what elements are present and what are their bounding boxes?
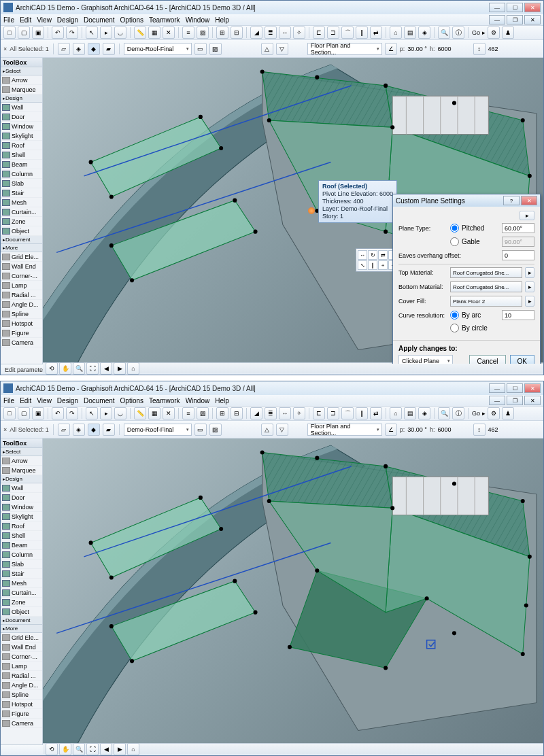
- favorites-button[interactable]: ▸: [520, 211, 534, 220]
- tool-wall-end[interactable]: Wall End: [1, 262, 42, 271]
- tool-dimension-icon[interactable]: ↔: [279, 27, 291, 39]
- menu-help[interactable]: Help: [215, 16, 229, 24]
- top-material-dropdown[interactable]: Roof Corrugated She...: [450, 267, 522, 278]
- menu-document[interactable]: Document: [84, 397, 115, 405]
- tool-figure[interactable]: Figure: [1, 328, 42, 338]
- tool-column[interactable]: Column: [1, 169, 42, 179]
- tool-paint-icon[interactable]: ▨: [197, 407, 209, 419]
- tool-hotspot[interactable]: Hotspot: [1, 319, 42, 328]
- geometry-1[interactable]: ▭: [194, 424, 207, 436]
- tool-door[interactable]: Door: [1, 112, 42, 122]
- tool-mesh[interactable]: Mesh: [1, 198, 42, 207]
- pet-rotate-icon[interactable]: ↻: [368, 250, 377, 260]
- doc-close-button[interactable]: ✕: [524, 15, 541, 24]
- tool-save-icon[interactable]: ▣: [32, 407, 44, 419]
- tool-mesh[interactable]: Mesh: [1, 579, 42, 588]
- apply-to-dropdown[interactable]: Clicked Plane: [398, 355, 453, 364]
- tool-angle-d[interactable]: Angle D...: [1, 681, 42, 690]
- tool-info-icon[interactable]: ⓘ: [452, 27, 464, 39]
- menu-teamwork[interactable]: Teamwork: [149, 397, 180, 405]
- tool-object[interactable]: Object: [1, 607, 42, 617]
- 3d-viewport[interactable]: [43, 439, 543, 744]
- minimize-button[interactable]: —: [489, 3, 505, 12]
- tool-person-icon[interactable]: ♟: [502, 27, 514, 39]
- menu-window[interactable]: Window: [186, 16, 210, 24]
- angle-icon[interactable]: ∠: [385, 43, 397, 55]
- tool-views-icon[interactable]: ▤: [404, 407, 416, 419]
- ok-button[interactable]: OK: [510, 355, 534, 364]
- tool-snap-icon[interactable]: ✕: [163, 27, 175, 39]
- section-more[interactable]: More: [1, 625, 42, 633]
- tool-lines-icon[interactable]: ≣: [265, 407, 277, 419]
- tool-zone[interactable]: Zone: [1, 598, 42, 607]
- geometry-1[interactable]: ▭: [194, 43, 207, 55]
- tool-marquee[interactable]: Marquee: [1, 466, 42, 475]
- tool-measure-icon[interactable]: 📏: [134, 407, 146, 419]
- tool-wand-icon[interactable]: ✧: [293, 407, 305, 419]
- angle-icon[interactable]: ∠: [385, 424, 397, 436]
- tool-trim-icon[interactable]: ⊏: [313, 407, 325, 419]
- doc-close-button[interactable]: ✕: [524, 396, 541, 405]
- tool-spline[interactable]: Spline: [1, 690, 42, 700]
- tool-radial[interactable]: Radial ...: [1, 671, 42, 681]
- view-dropdown[interactable]: Floor Plan and Section...: [307, 424, 382, 436]
- nav-zoom-icon[interactable]: 🔍: [73, 362, 85, 375]
- tool-find-icon[interactable]: 🔍: [438, 407, 450, 419]
- tool-roof[interactable]: Roof: [1, 521, 42, 531]
- offset-icon[interactable]: ↕: [473, 424, 486, 436]
- view-dropdown[interactable]: Floor Plan and Section...: [307, 43, 382, 55]
- tool-grid-icon[interactable]: ▦: [148, 407, 160, 419]
- tool-wall-end[interactable]: Wall End: [1, 642, 42, 652]
- section-select[interactable]: Select: [1, 67, 42, 75]
- tool-extend-icon[interactable]: ⊐: [327, 407, 339, 419]
- menu-view[interactable]: View: [37, 397, 52, 405]
- menu-file[interactable]: File: [3, 16, 14, 24]
- tool-home-icon[interactable]: ⌂: [390, 27, 402, 39]
- nav-pan-icon[interactable]: ✋: [59, 743, 71, 755]
- tool-hotspot[interactable]: Hotspot: [1, 700, 42, 709]
- tool-save-icon[interactable]: ▣: [32, 27, 44, 39]
- section-select[interactable]: Select: [1, 448, 42, 456]
- tool-distribute-icon[interactable]: ⊟: [231, 27, 243, 39]
- tool-zone[interactable]: Zone: [1, 217, 42, 226]
- tool-section-icon[interactable]: ◢: [250, 407, 262, 419]
- close-button[interactable]: ✕: [524, 3, 541, 12]
- pet-offset-icon[interactable]: ∥: [368, 260, 377, 270]
- tool-new-icon[interactable]: □: [3, 407, 16, 419]
- roof-mode-3-active[interactable]: ◆: [88, 43, 100, 55]
- bottom-material-dropdown[interactable]: Roof Corrugated She...: [450, 281, 522, 292]
- nav-zoom-icon[interactable]: 🔍: [73, 743, 85, 755]
- construct-1[interactable]: △: [261, 424, 273, 436]
- tool-angle-d[interactable]: Angle D...: [1, 300, 42, 309]
- radio-by-circle[interactable]: [450, 324, 459, 332]
- tool-wall[interactable]: Wall: [1, 103, 42, 112]
- nav-fit-icon[interactable]: ⛶: [86, 743, 99, 755]
- tool-dimension-icon[interactable]: ↔: [279, 407, 291, 419]
- layer-dropdown[interactable]: Demo-Roof-Final: [124, 43, 192, 55]
- pitched-angle-input[interactable]: [502, 223, 534, 233]
- section-design[interactable]: Design: [1, 475, 42, 483]
- tool-slab[interactable]: Slab: [1, 560, 42, 569]
- tool-grid-ele[interactable]: Grid Ele...: [1, 633, 42, 642]
- eaves-offset-input[interactable]: [502, 250, 534, 260]
- tool-slab[interactable]: Slab: [1, 179, 42, 188]
- menu-design[interactable]: Design: [57, 16, 78, 24]
- tool-roof[interactable]: Roof: [1, 141, 42, 150]
- section-document[interactable]: Document: [1, 236, 42, 244]
- offset-icon[interactable]: ↕: [473, 43, 486, 55]
- tool-camera[interactable]: Camera: [1, 338, 42, 347]
- dialog-close-button[interactable]: ✕: [521, 196, 537, 205]
- section-more[interactable]: More: [1, 244, 42, 252]
- radio-by-arc[interactable]: [450, 311, 459, 320]
- maximize-button[interactable]: ☐: [507, 383, 523, 393]
- tool-undo-icon[interactable]: ↶: [52, 27, 64, 39]
- tool-grid-ele[interactable]: Grid Ele...: [1, 252, 42, 262]
- tool-open-icon[interactable]: ▢: [18, 407, 30, 419]
- tool-window[interactable]: Window: [1, 122, 42, 131]
- tool-segment-icon[interactable]: ▸: [100, 27, 112, 39]
- tool-settings-icon[interactable]: ⚙: [488, 27, 500, 39]
- tool-door[interactable]: Door: [1, 493, 42, 502]
- roof-mode-2[interactable]: ◈: [73, 43, 85, 55]
- section-design[interactable]: Design: [1, 94, 42, 103]
- tool-open-icon[interactable]: ▢: [18, 27, 30, 39]
